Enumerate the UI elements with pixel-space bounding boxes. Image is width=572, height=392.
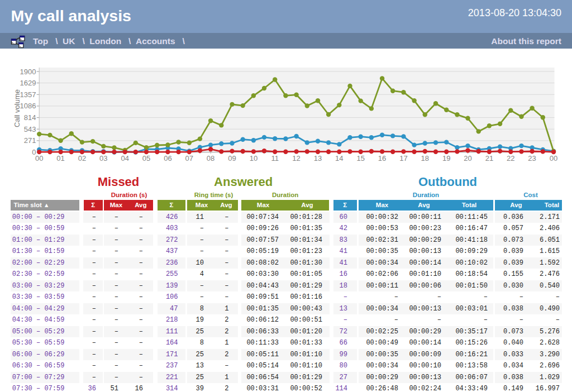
svg-text:1357: 1357 [20, 90, 36, 99]
svg-text:11: 11 [271, 154, 279, 162]
svg-text:1086: 1086 [20, 102, 36, 110]
svg-text:05: 05 [142, 154, 150, 162]
svg-text:814: 814 [24, 113, 36, 122]
svg-text:08: 08 [207, 154, 214, 162]
svg-text:22: 22 [507, 154, 514, 162]
svg-text:07: 07 [185, 154, 193, 162]
svg-text:12: 12 [292, 154, 300, 162]
svg-text:15: 15 [356, 154, 364, 162]
svg-text:01: 01 [56, 154, 64, 162]
svg-text:20: 20 [464, 154, 471, 162]
svg-text:00: 00 [550, 154, 557, 162]
svg-text:Call volume: Call volume [13, 89, 21, 127]
svg-text:271: 271 [24, 136, 36, 145]
svg-text:10: 10 [250, 154, 258, 162]
svg-text:543: 543 [24, 125, 36, 133]
svg-text:00: 00 [35, 154, 43, 162]
svg-text:21: 21 [485, 154, 493, 162]
svg-text:06: 06 [164, 154, 171, 162]
svg-text:04: 04 [121, 154, 128, 162]
svg-text:13: 13 [314, 154, 322, 162]
svg-text:17: 17 [399, 154, 407, 162]
svg-text:1629: 1629 [20, 79, 36, 87]
svg-text:02: 02 [78, 154, 86, 162]
svg-text:03: 03 [99, 154, 107, 162]
svg-text:19: 19 [442, 154, 450, 162]
svg-text:16: 16 [378, 154, 386, 162]
svg-text:23: 23 [528, 154, 536, 162]
svg-text:14: 14 [335, 154, 343, 162]
svg-text:09: 09 [228, 154, 236, 162]
svg-text:1900: 1900 [20, 68, 36, 76]
svg-text:18: 18 [421, 154, 429, 162]
